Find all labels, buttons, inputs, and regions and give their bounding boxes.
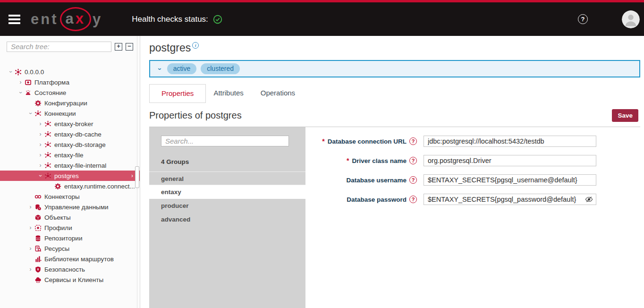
connectors-icon	[34, 193, 42, 200]
chevron-right-icon[interactable]: ›	[26, 245, 34, 252]
chevron-right-icon[interactable]: ›	[36, 162, 44, 169]
tree-item-label: Ресурсы	[44, 245, 69, 252]
chevron-down-icon: ›	[159, 65, 161, 73]
tree: ›0.0.0.0›Платформа›СостояниеКонфигурации…	[0, 67, 140, 285]
tree-item-label: postgres	[54, 172, 79, 180]
database-connection-url-input[interactable]	[424, 136, 596, 147]
help-icon[interactable]: ?	[409, 157, 417, 164]
groups-search-input[interactable]	[161, 136, 289, 146]
status-badge: clustered	[201, 63, 240, 74]
tree-item-item-20[interactable]: Сервисы и Клиенты	[0, 274, 140, 285]
entaxy-logo: entaxy	[31, 7, 102, 31]
chevron-down-icon[interactable]: ›	[26, 110, 34, 117]
chevron-down-icon[interactable]: ›	[36, 172, 44, 179]
status-badge: active	[167, 63, 197, 74]
connection-icon	[44, 172, 51, 180]
tree-item-entaxy-broker[interactable]: ›entaxy-broker	[0, 119, 140, 129]
tree-item-0-0-0-0[interactable]: ›0.0.0.0	[0, 67, 140, 77]
driver-class-name-input[interactable]	[424, 155, 596, 166]
tree-item-item-12[interactable]: Коннекторы	[0, 191, 140, 202]
tree-item-label: Библиотеки маршрутов	[44, 256, 114, 263]
tree-item-label: entaxy.runtime.connect...	[64, 183, 135, 190]
help-icon[interactable]: ?	[409, 137, 417, 145]
tree-item-entaxy-file[interactable]: ›entaxy-file	[0, 150, 140, 160]
chevron-right-icon[interactable]: ›	[26, 224, 34, 231]
chevron-right-icon[interactable]: ›	[131, 172, 133, 179]
chevron-right-icon[interactable]: ›	[36, 141, 44, 148]
required-asterisk: *	[347, 157, 349, 164]
collapse-all-icon[interactable]: −	[126, 43, 133, 51]
services-clients-icon	[34, 276, 42, 283]
group-item-general[interactable]: general	[149, 171, 305, 185]
chevron-down-icon[interactable]: ›	[17, 89, 25, 96]
sidebar-scrollbar-thumb[interactable]	[135, 166, 139, 188]
info-icon[interactable]: i	[192, 42, 199, 49]
field-row-database-username: Database username?	[305, 174, 640, 186]
tree-item-item-17[interactable]: ›Ресурсы	[0, 243, 140, 254]
help-icon[interactable]: ?	[409, 176, 417, 184]
connection-icon	[44, 131, 51, 138]
tree-item-label: Коннекторы	[44, 193, 80, 200]
tree-item-item-3[interactable]: Конфигурации	[0, 98, 140, 108]
section-title: Properties of postgres	[149, 110, 242, 121]
database-username-input[interactable]	[424, 174, 596, 186]
tree-item-item-19[interactable]: ›Безопасность	[0, 264, 140, 274]
tab-properties[interactable]: Properties	[149, 84, 206, 103]
status-bar[interactable]: › activeclustered	[149, 60, 640, 77]
tree-item-item-14[interactable]: Объекты	[0, 212, 140, 222]
navigation-sidebar: + − ›0.0.0.0›Платформа›СостояниеКонфигур…	[0, 36, 140, 308]
tree-item-entaxy-db-cache[interactable]: ›entaxy-db-cache	[0, 129, 140, 139]
group-item-entaxy[interactable]: entaxy	[149, 185, 305, 199]
group-item-producer[interactable]: producer	[149, 199, 305, 213]
repositories-icon	[34, 235, 42, 242]
tree-item-item-15[interactable]: ›Профили	[0, 222, 140, 233]
chevron-right-icon[interactable]: ›	[17, 79, 25, 86]
tree-item-item-13[interactable]: ›Управление данными	[0, 202, 140, 212]
chevron-right-icon[interactable]: ›	[26, 204, 34, 210]
field-label-text: Database password	[347, 196, 407, 203]
tree-item-label: entaxy-file	[54, 152, 84, 159]
groups-list: generalentaxyproduceradvanced	[149, 171, 305, 226]
field-label-text: Database connection URL	[328, 138, 407, 145]
field-label: Database username?	[305, 176, 417, 184]
save-button[interactable]: Save	[612, 109, 638, 122]
gear-icon	[54, 183, 61, 190]
tree-item-item-1[interactable]: ›Платформа	[0, 77, 140, 87]
tree-item-postgres[interactable]: ›postgres›	[0, 171, 140, 181]
tree-item-entaxy-db-storage[interactable]: ›entaxy-db-storage	[0, 139, 140, 150]
chevron-right-icon[interactable]: ›	[36, 152, 44, 158]
status-badges: activeclustered	[167, 63, 240, 74]
user-avatar[interactable]	[622, 10, 640, 28]
tree-item-entaxy-file-internal[interactable]: ›entaxy-file-internal	[0, 160, 140, 171]
database-password-input[interactable]	[424, 194, 596, 205]
tree-search-input[interactable]	[7, 42, 111, 52]
tree-item-item-2[interactable]: ›Состояние	[0, 87, 140, 98]
chevron-right-icon[interactable]: ›	[36, 120, 44, 127]
chevron-right-icon[interactable]: ›	[26, 266, 34, 273]
tree-item-label: entaxy-db-storage	[54, 141, 106, 148]
help-icon[interactable]: ?	[409, 196, 417, 203]
resources-icon	[34, 245, 42, 252]
tree-item-item-16[interactable]: Репозитории	[0, 233, 140, 243]
field-row-driver-class-name: *Driver class name?	[305, 155, 640, 166]
connection-icon	[44, 162, 51, 169]
required-asterisk: *	[322, 137, 324, 145]
chevron-down-icon[interactable]: ›	[7, 68, 15, 75]
tree-item-label: Управление данными	[44, 204, 109, 211]
help-icon[interactable]: ?	[578, 14, 588, 24]
tab-operations[interactable]: Operations	[260, 84, 296, 103]
tree-item-entaxy-runtime-connect[interactable]: entaxy.runtime.connect...	[0, 181, 140, 191]
expand-all-icon[interactable]: +	[115, 43, 122, 51]
group-item-advanced[interactable]: advanced	[149, 213, 305, 226]
hamburger-menu-icon[interactable]	[8, 13, 20, 26]
field-row-database-connection-url: *Database connection URL?	[305, 136, 640, 147]
chevron-right-icon[interactable]: ›	[36, 131, 44, 137]
tree-item-label: Профили	[44, 224, 72, 231]
field-label-text: Database username	[346, 177, 407, 184]
health-checks-status: Health checks status:	[132, 15, 222, 24]
tab-attributes[interactable]: Attributes	[212, 84, 244, 103]
tree-item-item-4[interactable]: ›Коннекции	[0, 108, 140, 119]
eye-slash-icon[interactable]	[585, 196, 593, 203]
tree-item-item-18[interactable]: Библиотеки маршрутов	[0, 254, 140, 264]
connection-icon	[44, 120, 51, 128]
